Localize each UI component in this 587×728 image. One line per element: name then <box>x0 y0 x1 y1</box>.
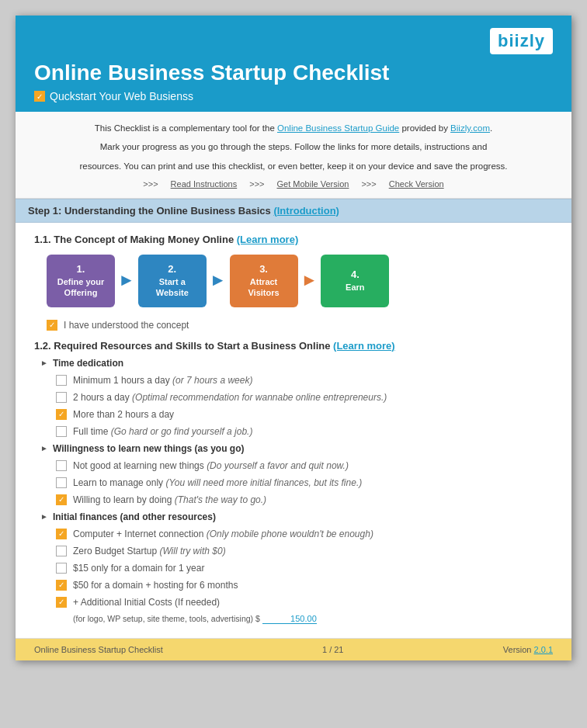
intro-section: This Checklist is a complementary tool f… <box>16 112 571 199</box>
section11-link[interactable]: (Learn more) <box>237 234 298 245</box>
group-willingness-title[interactable]: ► Willingness to learn new things (as yo… <box>40 443 553 454</box>
group-time-title[interactable]: ► Time dedication <box>40 358 553 369</box>
group-time-list: Minimum 1 hours a day (or 7 hours a week… <box>56 375 553 437</box>
group-arrow-icon: ► <box>40 444 48 452</box>
checkbox-checked[interactable]: ✓ <box>56 597 67 608</box>
list-item[interactable]: ✓ Willing to learn by doing (That's the … <box>56 494 553 505</box>
flow-diagram: 1. Define yourOffering ► 2. Start aWebsi… <box>47 255 553 307</box>
page-title: Online Business Startup Checklist <box>34 61 553 85</box>
subtitle-checkbox-icon: ✓ <box>34 91 45 102</box>
subtitle-text: Quckstart Your Web Busienss <box>50 90 193 102</box>
list-item[interactable]: ✓ $50 for a domain + hosting for 6 month… <box>56 580 553 591</box>
step1-intro-link[interactable]: (Introduction) <box>273 205 339 217</box>
group-time-label: Time dedication <box>53 358 123 369</box>
arrow-1-2: ► <box>118 270 135 290</box>
concept-check-row[interactable]: ✓ I have understood the concept <box>47 320 553 331</box>
logo-area: biizly <box>34 28 553 54</box>
guide-link[interactable]: Online Business Startup Guide <box>277 123 399 133</box>
concept-checkbox[interactable]: ✓ <box>47 320 57 331</box>
checkbox[interactable] <box>56 477 67 488</box>
flow-step-4: 4. Earn <box>321 255 389 307</box>
list-item[interactable]: Minimum 1 hours a day (or 7 hours a week… <box>56 375 553 386</box>
group-willingness-label: Willingness to learn new things (as you … <box>53 443 245 454</box>
checkbox-checked[interactable]: ✓ <box>56 494 67 505</box>
list-item[interactable]: $15 only for a domain for 1 year <box>56 563 553 574</box>
list-item[interactable]: Zero Budget Startup (Will try with $0) <box>56 546 553 556</box>
intro-links: >>> Read Instructions >>> Get Mobile Ver… <box>40 178 547 192</box>
checkbox-checked[interactable]: ✓ <box>56 409 67 420</box>
group-arrow-icon: ► <box>40 359 48 367</box>
checkbox[interactable] <box>56 426 67 437</box>
list-item[interactable]: Learn to manage only (You will need more… <box>56 477 553 488</box>
footer-left: Online Business Startup Checklist <box>34 645 163 654</box>
mobile-version-link[interactable]: Get Mobile Version <box>277 178 349 192</box>
page: biizly Online Business Startup Checklist… <box>16 16 571 660</box>
checkbox[interactable] <box>56 375 67 386</box>
step1-label: Step 1: Understanding the Online Busines… <box>28 205 271 217</box>
logo: biizly <box>490 28 553 54</box>
additional-cost-sub: (for logo, WP setup, site theme, tools, … <box>73 614 553 624</box>
read-instructions-link[interactable]: Read Instructions <box>171 178 238 192</box>
checkbox[interactable] <box>56 563 67 574</box>
flow-step-1: 1. Define yourOffering <box>47 255 115 307</box>
subtitle-row: ✓ Quckstart Your Web Busienss <box>34 90 553 102</box>
section12-link[interactable]: (Learn more) <box>333 340 394 352</box>
arrow2: >>> <box>249 178 264 192</box>
concept-check-label: I have understood the concept <box>64 320 189 331</box>
group-arrow-icon: ► <box>40 512 48 521</box>
footer-version: Version 2.0.1 <box>503 645 553 654</box>
intro-line1: This Checklist is a complementary tool f… <box>40 121 547 135</box>
section12-title: 1.2. Required Resources and Skills to St… <box>34 340 553 352</box>
checkbox[interactable] <box>56 460 67 471</box>
list-item[interactable]: 2 hours a day (Optimal recommendation fo… <box>56 392 553 403</box>
footer-center: 1 / 21 <box>322 645 344 654</box>
group-finances-list: ✓ Computer + Internet connection (Only m… <box>56 529 553 624</box>
version-link[interactable]: 2.0.1 <box>534 645 553 654</box>
cost-input[interactable] <box>262 614 317 624</box>
additional-cost-row[interactable]: ✓ + Additional Initial Costs (If needed) <box>56 597 553 608</box>
section11-title: 1.1. The Concept of Making Money Online … <box>34 234 553 245</box>
header: biizly Online Business Startup Checklist… <box>16 16 571 112</box>
checkbox[interactable] <box>56 392 67 403</box>
flow-step-3: 3. AttractVisitors <box>230 255 298 307</box>
arrow1: >>> <box>143 178 158 192</box>
main-content: 1.1. The Concept of Making Money Online … <box>16 223 571 638</box>
list-item[interactable]: ✓ Computer + Internet connection (Only m… <box>56 529 553 539</box>
check-version-link[interactable]: Check Version <box>389 178 444 192</box>
group-finances-label: Initial finances (and other resources) <box>53 511 216 522</box>
step1-header: Step 1: Understanding the Online Busines… <box>16 199 571 223</box>
arrow3: >>> <box>361 178 376 192</box>
arrow-2-3: ► <box>210 270 227 290</box>
arrow-3-4: ► <box>301 270 318 290</box>
list-item[interactable]: Full time (Go hard or go find yourself a… <box>56 426 553 437</box>
footer: Online Business Startup Checklist 1 / 21… <box>16 638 571 660</box>
group-willingness-list: Not good at learning new things (Do your… <box>56 460 553 505</box>
checkbox[interactable] <box>56 546 67 556</box>
group-finances-title[interactable]: ► Initial finances (and other resources) <box>40 511 553 522</box>
flow-step-2: 2. Start aWebsite <box>138 255 207 307</box>
list-item[interactable]: ✓ More than 2 hours a day <box>56 409 553 420</box>
intro-line3: resources. You can print and use this ch… <box>40 159 547 173</box>
checkbox-checked[interactable]: ✓ <box>56 529 67 539</box>
biizly-link[interactable]: Biizly.com <box>450 123 490 133</box>
checkbox-checked[interactable]: ✓ <box>56 580 67 591</box>
intro-line2: Mark your progress as you go through the… <box>40 140 547 154</box>
list-item[interactable]: Not good at learning new things (Do your… <box>56 460 553 471</box>
